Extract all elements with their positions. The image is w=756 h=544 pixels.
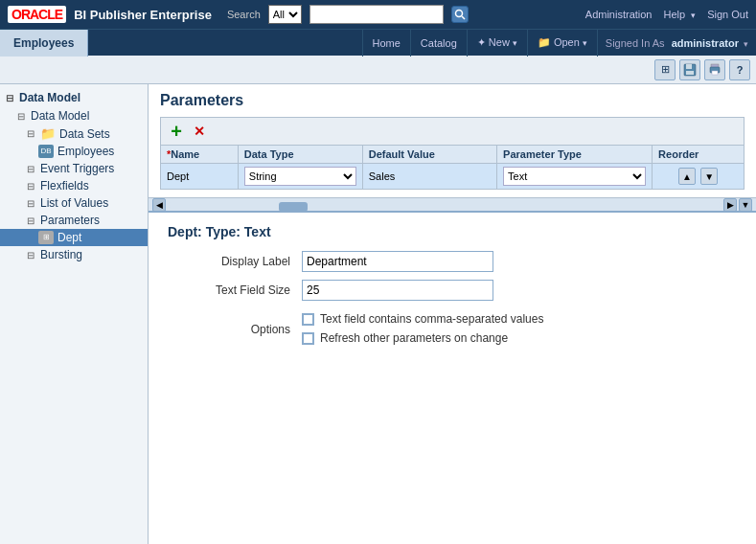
search-label: Search [227,9,261,20]
col-header-reorder: Reorder [653,146,745,164]
option2-row: Refresh other parameters on change [302,331,543,345]
option1-checkbox[interactable] [302,313,314,326]
scroll-left-button[interactable]: ◀ [152,198,166,212]
search-scope-select[interactable]: All [268,5,302,24]
delete-parameter-button[interactable]: ✕ [190,122,209,141]
data-model-label: Data Model [31,109,89,123]
svg-rect-7 [712,71,718,75]
sidebar-item-bursting[interactable]: ⊟ Bursting [0,246,148,263]
signed-in-label: Signed In As administrator ▾ [598,37,756,49]
save-icon-button[interactable] [679,59,700,80]
db-icon: DB [38,145,54,158]
param-icon: ⊞ [38,231,54,244]
svg-rect-8 [304,314,313,324]
options-section: Text field contains comma-separated valu… [302,312,543,351]
col-header-default-value: Default Value [362,146,496,164]
help-link[interactable]: Help ▾ [664,9,697,20]
param-reorder-cell: ▲ ▼ [653,164,745,190]
text-field-size-row: Text Field Size [168,280,737,301]
detail-section: Dept: Type: Text Display Label Text Fiel… [149,211,756,370]
detail-title: Dept: Type: Text [168,224,737,239]
main-layout: ⊟ Data Model ⊟ Data Model ⊟ 📁 Data Sets … [0,84,756,544]
param-parameter-type-cell[interactable]: Text Menu Date Date Range Hidden [497,164,653,190]
sidebar-item-event-triggers[interactable]: ⊟ Event Triggers [0,160,148,177]
expand-icon: ⊟ [6,93,19,103]
display-label-label: Display Label [168,255,302,268]
employees-tab[interactable]: Employees [0,30,88,57]
options-row: Options Text field contains comma-separa… [168,308,737,351]
expand-icon: ⊟ [27,164,40,174]
checkbox-icon [303,333,313,344]
search-icon [454,9,466,20]
expand-icon: ⊟ [27,181,40,192]
options-label: Options [168,323,302,336]
expand-icon: ⊟ [27,128,40,139]
sidebar-item-list-of-values[interactable]: ⊟ List of Values [0,194,148,212]
checkbox-icon [303,314,313,325]
horizontal-scrollbar[interactable]: ◀ ▶ ▼ [149,197,756,211]
print-icon [708,63,722,77]
search-go-button[interactable] [451,6,469,23]
search-input[interactable] [309,5,444,24]
sidebar-item-data-model-root[interactable]: ⊟ Data Model [0,88,148,107]
parameter-type-select[interactable]: Text Menu Date Date Range Hidden [503,167,646,186]
administration-link[interactable]: Administration [585,9,653,20]
text-field-size-input[interactable] [302,280,493,301]
text-field-size-label: Text Field Size [168,283,302,297]
expand-icon: ⊟ [17,111,31,122]
oracle-logo: ORACLE [8,6,66,23]
bursting-label: Bursting [40,248,82,261]
expand-icon: ⊟ [27,215,40,226]
flexfields-label: Flexfields [40,179,89,193]
sidebar-item-flexfields[interactable]: ⊟ Flexfields [0,177,148,194]
signout-link[interactable]: Sign Out [707,9,748,20]
sidebar-item-data-model[interactable]: ⊟ Data Model [0,107,148,125]
scroll-track [168,202,722,208]
grid-icon-button[interactable]: ⊞ [654,59,676,80]
parameters-table: *Name Data Type Default Value Parameter … [160,145,745,190]
print-icon-button[interactable] [704,59,725,80]
sidebar-item-parameters[interactable]: ⊟ Parameters [0,212,148,229]
parameters-section: Parameters + ✕ *Name Data Type Default V… [149,84,756,197]
home-link[interactable]: Home [362,30,411,57]
help-icon-button[interactable]: ? [729,59,750,80]
display-label-input[interactable] [302,251,493,272]
svg-point-0 [455,11,462,17]
admin-user-label[interactable]: administrator [672,37,739,49]
sidebar-item-data-sets[interactable]: ⊟ 📁 Data Sets [0,125,148,143]
data-model-root-label: Data Model [19,91,80,104]
employees-label: Employees [57,145,114,158]
col-name-text: Name [171,148,199,160]
scroll-down-button[interactable]: ▼ [739,198,752,212]
open-menu[interactable]: 📁 Open ▾ [528,30,598,57]
option1-row: Text field contains comma-separated valu… [302,312,543,326]
catalog-link[interactable]: Catalog [411,30,468,57]
table-header-row: *Name Data Type Default Value Parameter … [161,146,745,164]
option2-checkbox[interactable] [302,332,314,345]
param-data-type-cell[interactable]: String Integer Float Boolean [238,164,362,190]
add-parameter-button[interactable]: + [167,122,186,141]
col-header-parameter-type: Parameter Type [497,146,653,164]
col-header-data-type: Data Type [238,146,362,164]
svg-rect-9 [304,333,313,343]
new-menu[interactable]: ✦ New ▾ [468,30,528,57]
scroll-right-button[interactable]: ▶ [723,198,737,212]
scroll-thumb[interactable] [279,202,308,212]
icon-toolbar: ⊞ ? [0,56,756,84]
expand-icon: ⊟ [27,250,40,261]
option2-label: Refresh other parameters on change [320,331,508,345]
option1-label: Text field contains comma-separated valu… [320,312,543,326]
expand-icon: ⊟ [27,198,40,209]
param-name-cell: Dept [161,164,239,190]
parameters-label: Parameters [40,214,100,227]
sidebar-item-dept[interactable]: ⊞ Dept [0,229,148,246]
data-type-select[interactable]: String Integer Float Boolean [244,167,356,186]
reorder-down-button[interactable]: ▼ [700,168,718,185]
display-label-row: Display Label [168,251,737,272]
sidebar-item-employees[interactable]: DB Employees [0,143,148,160]
secondary-nav: Employees Home Catalog ✦ New ▾ 📁 Open ▾ … [0,29,756,56]
reorder-up-button[interactable]: ▲ [678,168,696,185]
data-sets-label: Data Sets [59,127,110,141]
params-toolbar: + ✕ [160,117,745,145]
bi-publisher-title: BI Publisher Enterprise [74,8,212,22]
